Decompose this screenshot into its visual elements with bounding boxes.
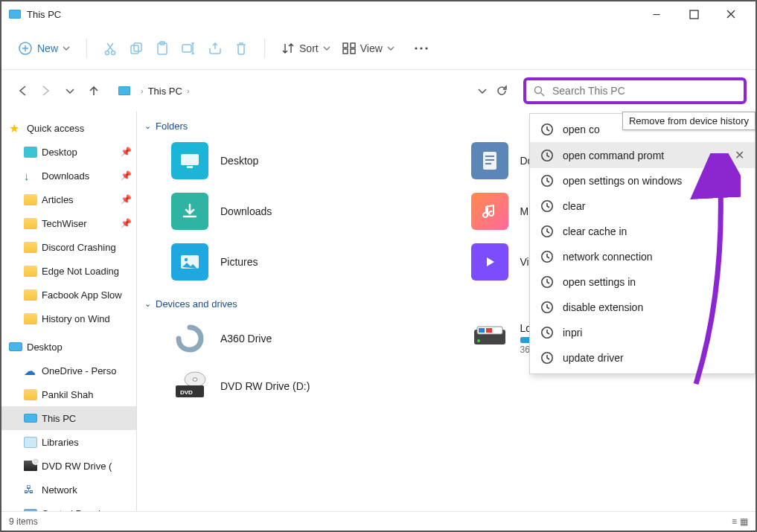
sidebar-item-controlpanel[interactable]: Control Panel: [1, 501, 136, 511]
section-label: Devices and drives: [156, 298, 237, 310]
maximize-button[interactable]: [675, 1, 712, 27]
label: Libraries: [42, 437, 79, 448]
chevron-right-icon[interactable]: ›: [141, 86, 144, 95]
history-icon: [540, 225, 554, 238]
svg-point-2: [106, 51, 109, 54]
history-text: open settings in: [563, 276, 636, 288]
star-icon: [9, 123, 22, 134]
sort-button[interactable]: Sort: [275, 37, 336, 60]
sidebar-item-dvd[interactable]: DVD RW Drive (: [1, 454, 136, 478]
search-history-item[interactable]: open settings in: [530, 269, 755, 295]
sidebar-item-quick-access[interactable]: Quick access: [1, 116, 136, 140]
up-button[interactable]: [82, 79, 106, 103]
search-history-item[interactable]: clear cache in: [530, 219, 755, 244]
share-button[interactable]: [202, 37, 229, 60]
paste-button[interactable]: [150, 36, 175, 60]
minimize-button[interactable]: —: [638, 1, 675, 27]
sidebar-item-techwiser[interactable]: TechWiser 📌: [1, 211, 136, 235]
folder-downloads[interactable]: Downloads: [171, 193, 449, 230]
history-text: clear: [563, 200, 585, 212]
svg-text:DVD: DVD: [180, 389, 193, 396]
more-button[interactable]: [408, 42, 435, 55]
search-history-item[interactable]: inpri: [530, 320, 755, 345]
back-button[interactable]: [10, 79, 34, 103]
item-label: DVD RW Drive (D:): [220, 380, 310, 392]
item-label: Desktop: [220, 155, 258, 167]
sidebar-item-onedrive[interactable]: OneDrive - Perso: [1, 359, 136, 382]
svg-point-34: [185, 258, 188, 261]
search-history-item[interactable]: open settings on windows: [530, 168, 755, 193]
pc-icon: [24, 414, 37, 423]
sidebar-item-edge[interactable]: Edge Not Loading: [1, 259, 136, 283]
search-history-item[interactable]: network connection: [530, 244, 755, 269]
recent-button[interactable]: [58, 79, 82, 103]
svg-rect-12: [351, 49, 355, 54]
sidebar-item-history[interactable]: History on Wind: [1, 307, 136, 330]
sidebar-item-desktop[interactable]: Desktop 📌: [1, 140, 136, 164]
new-button[interactable]: New: [12, 36, 76, 60]
sidebar-item-discord[interactable]: Discord Crashing: [1, 235, 136, 259]
label: TechWiser: [42, 218, 87, 229]
label: Desktop: [27, 342, 63, 353]
label: OneDrive - Perso: [42, 365, 116, 376]
history-text: open settings on windows: [563, 175, 682, 187]
search-history-item[interactable]: clear: [530, 193, 755, 219]
label: History on Wind: [42, 313, 110, 324]
forward-button[interactable]: [34, 79, 58, 103]
search-history-item[interactable]: open command promt ✕: [530, 142, 755, 168]
label: Downloads: [42, 170, 89, 182]
drive-a360[interactable]: A360 Drive: [171, 320, 449, 357]
cloud-icon: [24, 365, 37, 376]
view-button[interactable]: View: [336, 38, 400, 59]
sidebar-item-facbook[interactable]: Facbook App Slow: [1, 283, 136, 307]
svg-rect-11: [343, 49, 348, 54]
network-icon: [24, 484, 37, 496]
tooltip-remove-history: Remove from device history: [622, 112, 756, 130]
details-view-icon[interactable]: ≡: [732, 516, 737, 527]
folder-desktop[interactable]: Desktop: [171, 142, 449, 179]
sidebar-item-network[interactable]: Network: [1, 478, 136, 501]
breadcrumb-this-pc[interactable]: This PC: [148, 86, 182, 97]
refresh-icon[interactable]: [496, 85, 508, 97]
svg-point-13: [415, 47, 417, 49]
item-label: Pictures: [220, 256, 258, 268]
tiles-view-icon[interactable]: ▦: [740, 516, 748, 527]
sidebar-item-libraries[interactable]: Libraries: [1, 430, 136, 454]
rename-button[interactable]: [175, 37, 202, 60]
copy-button[interactable]: [123, 36, 150, 60]
search-box[interactable]: [523, 77, 747, 104]
delete-button[interactable]: [229, 36, 254, 60]
search-history-item[interactable]: disable extension: [530, 295, 755, 320]
drive-dvd[interactable]: DVD DVD RW Drive (D:): [171, 371, 449, 402]
status-bar: 9 items ≡ ▦: [1, 511, 756, 531]
history-text: disable extension: [563, 301, 643, 313]
remove-history-icon[interactable]: ✕: [735, 148, 744, 162]
history-icon: [540, 174, 554, 188]
sidebar-item-this-pc[interactable]: This PC: [1, 406, 136, 430]
pin-icon: 📌: [121, 170, 132, 181]
sidebar-item-articles[interactable]: Articles 📌: [1, 188, 136, 211]
item-label: Downloads: [220, 205, 272, 217]
window-title: This PC: [27, 9, 61, 20]
label: DVD RW Drive (: [42, 461, 112, 472]
svg-rect-4: [131, 45, 138, 54]
search-history-item[interactable]: update driver: [530, 345, 755, 371]
sidebar-item-user[interactable]: Pankil Shah: [1, 382, 136, 406]
folder-icon: [24, 218, 37, 229]
folder-pictures[interactable]: Pictures: [171, 243, 449, 281]
svg-rect-10: [351, 43, 355, 48]
label: Desktop: [42, 147, 77, 158]
cut-button[interactable]: [98, 36, 123, 60]
sidebar-item-desktop-root[interactable]: Desktop: [1, 335, 136, 359]
sidebar-item-downloads[interactable]: Downloads 📌: [1, 164, 136, 188]
close-button[interactable]: [712, 1, 750, 27]
desktop-icon: [9, 342, 22, 351]
search-input[interactable]: [552, 85, 736, 97]
address-dropdown-icon[interactable]: [478, 86, 487, 95]
a360-drive-icon: [171, 320, 208, 357]
svg-point-14: [420, 47, 422, 49]
history-text: open co: [563, 124, 600, 135]
svg-point-16: [535, 86, 542, 93]
address-bar[interactable]: › This PC ›: [112, 78, 514, 103]
chevron-right-icon[interactable]: ›: [187, 86, 190, 95]
